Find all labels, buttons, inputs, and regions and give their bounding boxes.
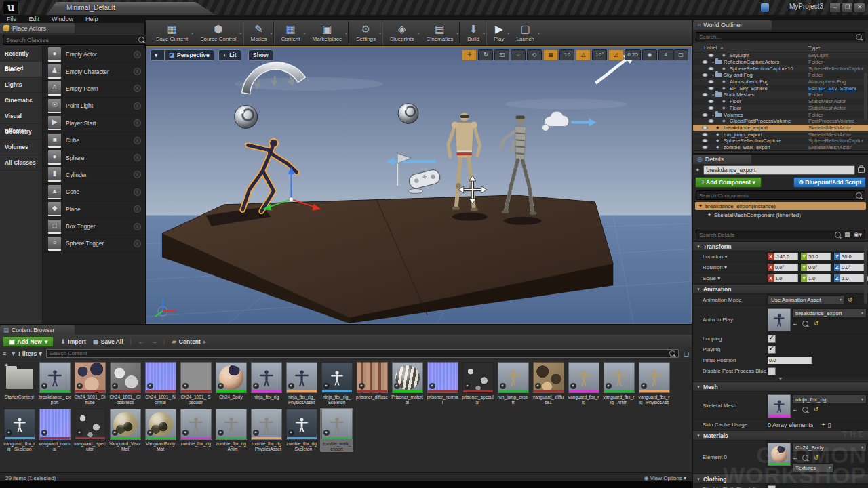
browse-to-asset-icon[interactable] — [802, 455, 808, 461]
show-flags-button[interactable]: Show — [248, 49, 273, 61]
asset-thumbnail[interactable]: ✶ — [462, 362, 494, 393]
category-item[interactable]: Recently Placed — [0, 46, 42, 62]
type-column-header[interactable]: Type — [808, 45, 868, 51]
asset-thumbnail[interactable]: ✶ — [498, 362, 529, 393]
rotate-tool-button[interactable]: ↻ — [478, 49, 493, 60]
asset-tile[interactable]: ✶ ninja_fbx_rig — [250, 361, 283, 406]
asset-tile[interactable]: ✶ Ch24_1001_ Diffuse — [73, 361, 106, 406]
asset-thumbnail[interactable]: ✶ — [39, 409, 71, 440]
placeable-actor-item[interactable]: ◆ Plane i — [43, 201, 145, 218]
class-info-icon[interactable]: i — [134, 205, 141, 213]
asset-tile[interactable]: ✶ Ch24_1001_ Glossiness — [108, 361, 142, 406]
toolbar-button[interactable]: ▦ Content ▾ — [275, 21, 307, 45]
search-details-input[interactable]: Search Details ▦ ◉▾ — [696, 230, 865, 239]
asset-tile[interactable]: ✶ zombie_fbx_rig_ PhysicsAsset — [250, 408, 283, 452]
blueprint-add-script-button[interactable]: ⚙ Blueprint/Add Script — [793, 177, 866, 188]
menu-item[interactable]: File — [7, 16, 17, 22]
animation-section-header[interactable]: ▼ Animation — [693, 284, 868, 294]
use-selected-asset-icon[interactable]: ← — [792, 406, 798, 413]
outliner-row[interactable]: ▾ Sky and Fog Folder — [693, 72, 868, 79]
asset-tile[interactable]: ✶ vanguard_ specular — [73, 408, 106, 452]
search-content-input[interactable]: Search Content — [46, 349, 679, 358]
visibility-eye-icon[interactable] — [702, 73, 708, 77]
asset-thumbnail[interactable]: ✶ — [568, 362, 599, 393]
asset-tile[interactable]: ✶ zombie_fbx_rig_ Skeleton — [285, 408, 318, 452]
outliner-row[interactable]: SphereReflectionCapture SphereReflection… — [693, 138, 868, 144]
category-item[interactable]: All Classes — [0, 155, 42, 171]
asset-tile[interactable]: ✶ Prisoner_material — [391, 361, 424, 406]
placeable-actor-item[interactable]: □ Box Trigger i — [43, 218, 145, 235]
visibility-eye-icon[interactable] — [702, 133, 708, 136]
class-info-icon[interactable]: i — [134, 119, 141, 127]
placeable-actor-item[interactable]: ♙ Empty Pawn i — [43, 81, 145, 98]
placeable-actor-item[interactable]: ☉ Point Light i — [43, 98, 145, 115]
visibility-eye-icon[interactable] — [702, 93, 708, 96]
anim-asset-thumbnail[interactable] — [768, 308, 791, 331]
toolbar-button[interactable]: ▶ Play ▾ — [488, 21, 511, 45]
asset-thumbnail[interactable]: ✶ — [75, 362, 106, 393]
category-item[interactable]: Lights — [0, 77, 42, 93]
use-selected-asset-icon[interactable]: ← — [792, 454, 798, 461]
materials-section-header[interactable]: ▼ Materials — [693, 430, 868, 441]
grid-snap-value[interactable]: 10 — [559, 49, 574, 60]
camera-speed-button[interactable]: ◉ — [642, 49, 657, 60]
reset-to-default-icon[interactable]: ↺ — [814, 320, 819, 327]
toolbar-button[interactable]: ⬢ Source Control ▾ — [194, 21, 243, 45]
asset-tile[interactable]: ✶ vanguard_fbx_rig _Anim — [602, 361, 635, 406]
path-breadcrumb[interactable]: ▰ Content ▸ — [172, 338, 206, 345]
visibility-eye-icon[interactable] — [708, 106, 714, 110]
viewport[interactable]: ▾ ◪ Perspective ◐ Lit Show ✛ ↻ ◱ ○ ◇ ▦ 1… — [146, 46, 692, 324]
location-z-field[interactable]: 30.0 — [840, 253, 865, 260]
asset-thumbnail[interactable]: ✶ — [145, 362, 176, 393]
asset-tile[interactable]: ✶ Ch24_1001_ Normal — [144, 361, 177, 406]
category-item[interactable]: Cinematic — [0, 93, 42, 108]
visibility-eye-icon[interactable] — [702, 146, 708, 149]
search-components-input[interactable]: Search Components — [696, 190, 865, 200]
level-tab[interactable]: Minimal_Default — [46, 2, 216, 15]
expander-icon[interactable]: ▾ — [711, 60, 715, 64]
placeable-actor-item[interactable]: ● Empty Actor i — [43, 46, 145, 63]
asset-tile[interactable]: ✶ zombie_walk_ export — [320, 408, 353, 452]
asset-tile[interactable]: ✶ Ch24_Body — [214, 361, 248, 406]
outliner-row[interactable]: ▾ StaticMeshes Folder — [693, 92, 868, 98]
asset-thumbnail[interactable]: ✶ — [286, 409, 317, 440]
toolbar-button[interactable]: ▢ Launch ▾ — [511, 21, 540, 45]
asset-thumbnail[interactable]: ✶ — [604, 362, 635, 393]
property-matrix-icon[interactable]: ▦ — [844, 231, 850, 238]
visibility-eye-icon[interactable] — [708, 80, 714, 83]
asset-tile[interactable]: ✶ prisoner_normal — [426, 361, 459, 406]
mesh-section-header[interactable]: ▼ Mesh — [693, 382, 868, 392]
asset-tile[interactable]: ✶ ninja_fbx_rig_ PhysicsAsset — [285, 361, 318, 406]
location-label[interactable]: Location ▾ — [693, 253, 766, 260]
toolbar-button[interactable]: ⬇ Build ▾ — [461, 21, 486, 45]
animation-mode-dropdown[interactable]: Use Animation Asset▾ — [768, 295, 845, 304]
asset-thumbnail[interactable]: ✶ — [321, 362, 353, 393]
translate-tool-button[interactable]: ✛ — [462, 49, 477, 60]
asset-tile[interactable]: ✶ vanguard_normal — [38, 408, 71, 452]
asset-tile[interactable]: ✶ Vanguard_Visor Mat — [108, 408, 142, 452]
asset-tile[interactable]: ✶ vanguard_ diffuse1 — [532, 361, 565, 406]
class-info-icon[interactable]: i — [134, 137, 141, 144]
content-view-options[interactable]: ◉ View Options ▾ — [644, 475, 686, 481]
placeable-actor-item[interactable]: ♟ Empty Character i — [43, 63, 145, 80]
save-search-icon[interactable]: ▢ — [683, 350, 689, 357]
location-x-field[interactable]: -140.0 — [774, 253, 798, 260]
details-tab[interactable]: ◎ Details — [693, 155, 751, 164]
placeable-actor-item[interactable]: ○ Sphere Trigger i — [43, 235, 145, 252]
asset-tile[interactable]: ✶ zombie_fbx_rig — [179, 408, 212, 452]
asset-thumbnail[interactable]: ✶ — [533, 362, 564, 393]
back-button[interactable]: ← — [138, 338, 144, 345]
asset-thumbnail[interactable]: ✶ — [180, 362, 212, 393]
visibility-eye-icon[interactable] — [708, 100, 714, 103]
initial-position-field[interactable]: 0.0 — [768, 357, 812, 364]
asset-tile[interactable]: ✶ vanguard_fbx_rig _Skeleton — [3, 408, 36, 452]
asset-tile[interactable]: ✶ prisoner_specular — [461, 361, 494, 406]
label-column-header[interactable]: Label — [704, 45, 717, 51]
save-all-button[interactable]: ▦ Save All — [93, 338, 123, 345]
maximize-button[interactable]: ❐ — [842, 3, 853, 13]
material-thumbnail[interactable] — [768, 443, 791, 466]
toolbar-button[interactable]: ▤ Cinematics ▾ — [420, 21, 460, 45]
outliner-row[interactable]: Atmospheric Fog AtmosphericFog — [693, 79, 868, 85]
lit-mode-button[interactable]: ◐ Lit — [218, 49, 241, 61]
content-browser-tab[interactable]: ▤ Content Browser — [0, 325, 75, 335]
